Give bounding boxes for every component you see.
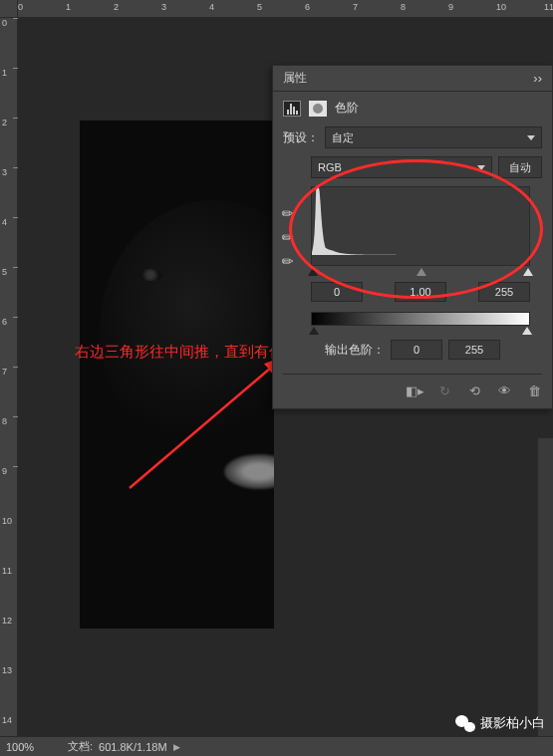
output-white-slider[interactable] [522, 327, 532, 335]
output-label: 输出色阶： [325, 342, 385, 359]
wechat-icon [455, 715, 475, 732]
panel-footer: ◧▸ ↻ ⟲ 👁 🗑 [283, 374, 542, 398]
watermark-text: 摄影柏小白 [480, 714, 545, 732]
white-eyedropper-icon[interactable]: ✎ [278, 249, 301, 272]
document-image[interactable] [80, 121, 274, 629]
previous-state-icon[interactable]: ↻ [436, 382, 452, 398]
adjustment-header: 色阶 [283, 100, 542, 117]
mask-icon[interactable] [309, 101, 327, 117]
panel-tab-label[interactable]: 属性 [283, 70, 307, 87]
status-bar: 100% 文档:601.8K/1.18M ▶ [0, 736, 553, 756]
panel-collapse-icon[interactable]: ›› [533, 71, 542, 86]
gray-eyedropper-icon[interactable]: ✎ [278, 225, 301, 248]
input-gamma-field[interactable] [395, 282, 446, 302]
input-black-slider[interactable] [308, 268, 318, 276]
properties-panel: 属性 ›› 色阶 预设： 自定 RGB 自动 [272, 65, 553, 409]
input-white-field[interactable] [478, 282, 530, 302]
clip-to-layer-icon[interactable]: ◧▸ [407, 382, 422, 398]
adjustment-label: 色阶 [335, 100, 359, 117]
black-eyedropper-icon[interactable]: ✎ [278, 201, 301, 224]
ruler-vertical[interactable]: 01234567891011121314 [0, 18, 18, 736]
visibility-icon[interactable]: 👁 [496, 382, 512, 398]
levels-icon [283, 101, 301, 117]
doc-info[interactable]: 文档:601.8K/1.18M ▶ [58, 739, 190, 754]
input-slider-track [311, 268, 530, 278]
output-black-slider[interactable] [309, 327, 319, 335]
reset-icon[interactable]: ⟲ [466, 382, 482, 398]
input-white-slider[interactable] [523, 268, 533, 276]
output-black-field[interactable] [391, 340, 442, 360]
ruler-horizontal[interactable]: 01234567891011 [18, 0, 553, 18]
input-black-field[interactable] [311, 282, 363, 302]
vertical-scrollbar[interactable] [537, 438, 553, 736]
panel-tab-bar: 属性 ›› [273, 66, 552, 92]
image-content [100, 200, 274, 459]
image-content [138, 269, 163, 281]
output-white-field[interactable] [448, 340, 500, 360]
histogram [311, 186, 530, 266]
zoom-level[interactable]: 100% [0, 741, 58, 753]
output-gradient [311, 312, 530, 326]
auto-button[interactable]: 自动 [498, 156, 542, 178]
input-gamma-slider[interactable] [416, 268, 426, 276]
image-content [224, 454, 274, 489]
channel-select[interactable]: RGB [311, 156, 492, 178]
chevron-right-icon: ▶ [173, 742, 180, 752]
preset-label: 预设： [283, 129, 319, 146]
delete-icon[interactable]: 🗑 [526, 382, 542, 398]
preset-select[interactable]: 自定 [325, 126, 542, 148]
watermark: 摄影柏小白 [455, 714, 545, 732]
ruler-corner [0, 0, 18, 18]
svg-marker-1 [312, 187, 528, 255]
